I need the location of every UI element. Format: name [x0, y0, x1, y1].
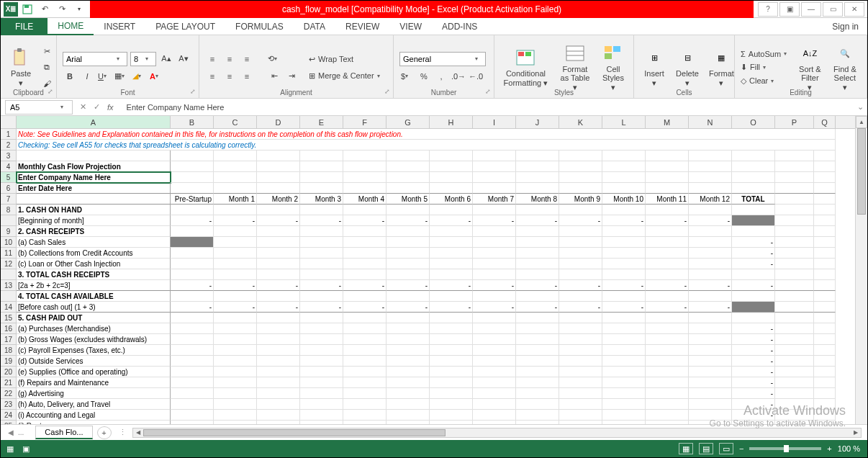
cell[interactable]	[171, 345, 214, 356]
cell[interactable]	[300, 269, 343, 280]
cell[interactable]: Checking: See cell A55 for checks that s…	[17, 140, 836, 151]
row-header[interactable]: 12	[1, 259, 17, 269]
cell[interactable]: -	[689, 280, 732, 291]
row-header[interactable]: 15	[1, 313, 17, 323]
cell[interactable]	[17, 194, 171, 205]
file-tab[interactable]: FILE	[1, 18, 48, 35]
cell[interactable]	[646, 334, 689, 345]
cell[interactable]	[602, 323, 646, 334]
cell[interactable]	[602, 377, 646, 388]
border-button[interactable]: ▦▾	[114, 69, 129, 84]
cell[interactable]	[559, 269, 602, 280]
cell[interactable]: -	[257, 215, 300, 226]
cell[interactable]	[689, 313, 732, 323]
cell[interactable]: -	[732, 259, 775, 269]
cell[interactable]	[516, 334, 559, 345]
cell[interactable]	[732, 269, 775, 280]
cell[interactable]	[814, 237, 836, 248]
select-all-corner[interactable]	[1, 116, 17, 128]
cell[interactable]	[300, 399, 343, 410]
cell[interactable]	[775, 237, 814, 248]
cell[interactable]: -	[473, 280, 516, 291]
cell[interactable]	[343, 183, 386, 194]
cell[interactable]	[646, 237, 689, 248]
cell[interactable]	[257, 269, 300, 280]
bold-button[interactable]: B	[63, 69, 77, 84]
insert-cells-button[interactable]: ⊞Insert▾	[640, 38, 669, 96]
cell[interactable]	[516, 151, 559, 161]
cell[interactable]	[473, 205, 516, 215]
cell[interactable]	[473, 183, 516, 194]
cell[interactable]	[214, 291, 257, 302]
cell[interactable]	[775, 291, 814, 302]
cell[interactable]	[430, 410, 473, 421]
cell[interactable]	[516, 345, 559, 356]
cell[interactable]	[171, 388, 214, 399]
cell[interactable]	[559, 291, 602, 302]
cell[interactable]	[473, 161, 516, 172]
cell[interactable]	[732, 215, 775, 226]
cell[interactable]: -	[516, 215, 559, 226]
cell[interactable]	[430, 388, 473, 399]
cell[interactable]	[559, 345, 602, 356]
cell[interactable]	[732, 183, 775, 194]
cell[interactable]	[343, 410, 386, 421]
cell[interactable]: TOTAL	[732, 194, 775, 205]
cell[interactable]	[814, 345, 836, 356]
cell[interactable]	[689, 259, 732, 269]
orientation-icon[interactable]: ⟲▾	[267, 52, 281, 66]
cell[interactable]	[814, 161, 836, 172]
cell[interactable]	[343, 356, 386, 367]
zoom-level[interactable]: 100 %	[838, 444, 860, 453]
cell[interactable]	[814, 215, 836, 226]
cell[interactable]	[516, 388, 559, 399]
cell[interactable]	[473, 237, 516, 248]
vscroll-thumb[interactable]	[857, 128, 866, 215]
cell[interactable]: (a) Cash Sales	[17, 237, 171, 248]
cell[interactable]	[473, 226, 516, 237]
ribbon-display-icon[interactable]: ▣	[779, 2, 800, 17]
cell[interactable]	[430, 323, 473, 334]
cell[interactable]	[814, 183, 836, 194]
format-as-table-button[interactable]: Format as Table ▾	[556, 38, 595, 96]
scroll-right-icon[interactable]: ▶	[851, 429, 861, 436]
cell[interactable]: -	[430, 280, 473, 291]
cell[interactable]	[775, 194, 814, 205]
font-name-combo[interactable]: Arial▾	[63, 52, 127, 66]
qat-customize-icon[interactable]: ▾	[71, 2, 87, 17]
cell[interactable]	[343, 151, 386, 161]
row-header[interactable]: 9	[1, 226, 17, 237]
cell[interactable]: Month 9	[559, 194, 602, 205]
formula-input[interactable]: Enter Company Name Here	[121, 103, 853, 112]
cell[interactable]	[343, 237, 386, 248]
cell[interactable]	[343, 334, 386, 345]
tab-data[interactable]: DATA	[294, 18, 335, 35]
cell[interactable]: -	[386, 280, 430, 291]
cell[interactable]	[689, 356, 732, 367]
col-header-G[interactable]: G	[386, 116, 430, 128]
cell[interactable]	[602, 259, 646, 269]
row-header[interactable]	[1, 215, 17, 226]
cell[interactable]	[473, 269, 516, 280]
cell[interactable]	[646, 313, 689, 323]
cell[interactable]: Month 8	[516, 194, 559, 205]
cell[interactable]	[516, 237, 559, 248]
tab-home[interactable]: HOME	[48, 18, 94, 35]
cell[interactable]	[516, 399, 559, 410]
paste-button[interactable]: Paste ▾	[6, 38, 35, 96]
cell[interactable]	[646, 151, 689, 161]
cell[interactable]: Month 3	[300, 194, 343, 205]
cell[interactable]: [2a + 2b + 2c=3]	[17, 280, 171, 291]
cell[interactable]	[473, 151, 516, 161]
cell[interactable]: Enter Date Here	[17, 183, 171, 194]
cell[interactable]: -	[559, 280, 602, 291]
cell[interactable]	[602, 183, 646, 194]
cell[interactable]: -	[386, 302, 430, 313]
cell[interactable]	[516, 248, 559, 259]
align-middle-icon[interactable]: ≡	[222, 52, 237, 66]
cell[interactable]	[386, 237, 430, 248]
cell[interactable]	[171, 313, 214, 323]
cell[interactable]	[602, 269, 646, 280]
find-select-button[interactable]: 🔍Find & Select ▾	[829, 38, 861, 96]
row-header[interactable]	[1, 291, 17, 302]
